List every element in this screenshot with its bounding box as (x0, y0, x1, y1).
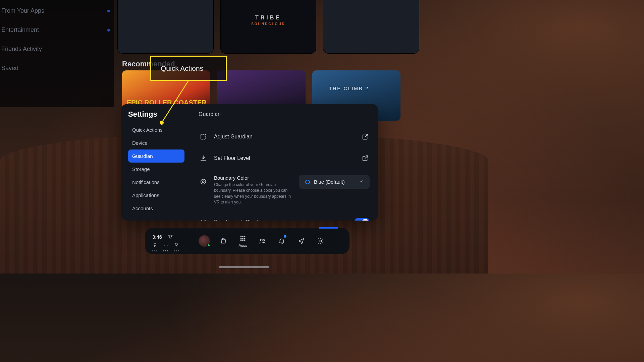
boundary-color-icon (199, 177, 208, 186)
bg-nav-item: From Your Apps (1, 7, 44, 14)
system-dock: 3:46 Apps (145, 228, 350, 254)
dock-apps-label: Apps (238, 243, 247, 247)
left-controller-icon (152, 242, 158, 248)
background-left-nav: From Your Apps Entertainment Friends Act… (0, 0, 114, 107)
open-external-icon (361, 154, 370, 163)
dock-people-button[interactable] (256, 233, 268, 249)
tribe-card: TRIBE SOUNDCLOUD (220, 0, 317, 54)
row-boundary-color: Boundary Color Change the color of your … (199, 169, 370, 212)
sidebar-item-applications[interactable]: Applications (128, 189, 184, 202)
clock: 3:46 (152, 234, 162, 240)
svg-rect-14 (242, 238, 244, 239)
settings-content: Guardian Adjust Guardian Set Floor Level (190, 104, 378, 221)
row-title: Boundary Color (214, 175, 293, 181)
dock-share-button[interactable] (295, 233, 307, 249)
svg-rect-11 (242, 236, 244, 237)
sidebar-item-storage[interactable]: Storage (128, 163, 184, 176)
annotation-dot-icon (160, 121, 164, 125)
svg-rect-15 (244, 238, 246, 239)
row-adjust-guardian[interactable]: Adjust Guardian (199, 126, 370, 147)
passthrough-toggle[interactable] (354, 218, 370, 221)
wifi-icon (167, 234, 173, 240)
svg-point-2 (202, 181, 204, 183)
settings-title: Settings (128, 110, 186, 119)
passthrough-icon (199, 218, 208, 221)
row-label: Passthrough Shortcut (214, 219, 348, 221)
svg-rect-17 (242, 240, 244, 241)
svg-point-1 (201, 179, 206, 184)
color-swatch-icon (305, 180, 310, 184)
svg-rect-8 (164, 244, 168, 246)
dock-active-indicator (319, 227, 338, 229)
headset-icon (163, 242, 169, 248)
select-value: Blue (Default) (314, 179, 355, 185)
floor-level-icon (199, 154, 208, 163)
dock-apps-button[interactable]: Apps (237, 233, 249, 249)
sidebar-item-quick-actions[interactable]: Quick Actions (128, 123, 184, 136)
home-indicator[interactable] (219, 266, 269, 268)
svg-point-6 (170, 238, 171, 239)
row-description: Change the color of your Guardian bounda… (214, 182, 293, 205)
svg-rect-18 (244, 240, 246, 241)
row-label: Adjust Guardian (214, 134, 355, 140)
sidebar-item-notifications[interactable]: Notifications (128, 176, 184, 189)
boundary-color-select[interactable]: Blue (Default) (299, 175, 370, 189)
dock-settings-button[interactable] (315, 233, 327, 249)
row-label: Set Floor Level (214, 155, 355, 161)
svg-rect-13 (240, 238, 242, 239)
row-passthrough-shortcut: Passthrough Shortcut (199, 212, 370, 221)
svg-rect-16 (240, 240, 242, 241)
unread-dot-icon (107, 29, 110, 32)
sidebar-item-guardian[interactable]: Guardian (128, 149, 184, 163)
unread-dot-icon (107, 10, 110, 12)
content-header: Guardian (199, 111, 370, 117)
dock-notifications-button[interactable] (276, 233, 288, 249)
bg-nav-item: Entertainment (1, 26, 39, 34)
sidebar-item-accounts[interactable]: Accounts (128, 202, 184, 215)
card-caption: THE CLIMB 2 (329, 86, 369, 91)
settings-panel: Settings Quick Actions Device Guardian S… (121, 104, 378, 221)
sidebar-item-device[interactable]: Device (128, 136, 184, 149)
svg-point-21 (320, 240, 322, 242)
open-external-icon (361, 132, 370, 141)
svg-point-19 (261, 239, 263, 241)
dock-store-button[interactable] (217, 233, 229, 249)
dock-status: 3:46 (152, 234, 180, 248)
notification-badge-icon (284, 235, 286, 238)
svg-rect-0 (201, 134, 206, 139)
bg-nav-item: Saved (1, 65, 18, 72)
svg-point-9 (175, 243, 178, 246)
svg-point-7 (154, 243, 156, 246)
annotation-callout: Quick Actions (150, 56, 227, 81)
bg-nav-item: Friends Activity (1, 46, 42, 53)
svg-rect-12 (244, 236, 246, 237)
profile-avatar[interactable] (199, 235, 210, 247)
settings-sidebar: Settings Quick Actions Device Guardian S… (121, 104, 190, 221)
callout-label: Quick Actions (161, 64, 203, 72)
background-cards-row: TRIBE SOUNDCLOUD (117, 0, 419, 54)
row-set-floor-level[interactable]: Set Floor Level (199, 147, 370, 169)
chevron-down-icon (359, 179, 364, 185)
boundary-box-icon (199, 132, 208, 141)
online-status-icon (207, 244, 210, 247)
svg-point-20 (263, 240, 265, 241)
right-controller-icon (174, 242, 180, 248)
svg-rect-10 (240, 236, 242, 237)
